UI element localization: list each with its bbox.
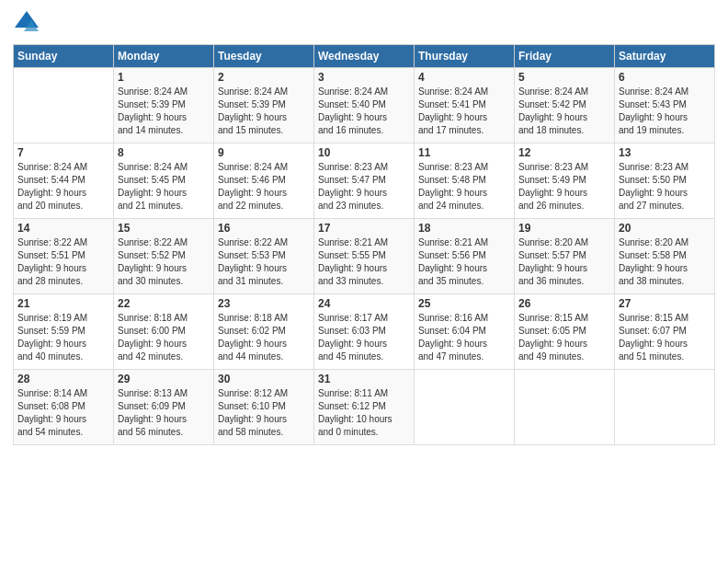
day-number: 24 bbox=[318, 297, 410, 310]
page: SundayMondayTuesdayWednesdayThursdayFrid… bbox=[0, 0, 728, 563]
day-info: Sunrise: 8:24 AMSunset: 5:42 PMDaylight:… bbox=[518, 86, 610, 137]
day-cell: 4Sunrise: 8:24 AMSunset: 5:41 PMDaylight… bbox=[415, 68, 515, 144]
day-info: Sunrise: 8:24 AMSunset: 5:39 PMDaylight:… bbox=[218, 86, 310, 137]
day-cell: 22Sunrise: 8:18 AMSunset: 6:00 PMDayligh… bbox=[114, 294, 214, 370]
day-number: 13 bbox=[619, 146, 711, 159]
logo-icon bbox=[13, 9, 40, 37]
day-cell: 23Sunrise: 8:18 AMSunset: 6:02 PMDayligh… bbox=[214, 294, 314, 370]
day-number: 7 bbox=[17, 146, 109, 159]
week-row-3: 21Sunrise: 8:19 AMSunset: 5:59 PMDayligh… bbox=[14, 294, 715, 370]
day-info: Sunrise: 8:24 AMSunset: 5:40 PMDaylight:… bbox=[318, 86, 410, 137]
col-header-friday: Friday bbox=[515, 45, 615, 68]
day-cell: 15Sunrise: 8:22 AMSunset: 5:52 PMDayligh… bbox=[114, 219, 214, 294]
day-cell: 9Sunrise: 8:24 AMSunset: 5:46 PMDaylight… bbox=[214, 144, 314, 219]
day-info: Sunrise: 8:16 AMSunset: 6:04 PMDaylight:… bbox=[418, 312, 510, 363]
col-header-thursday: Thursday bbox=[415, 45, 515, 68]
day-cell: 12Sunrise: 8:23 AMSunset: 5:49 PMDayligh… bbox=[515, 144, 615, 219]
day-cell: 24Sunrise: 8:17 AMSunset: 6:03 PMDayligh… bbox=[314, 294, 415, 370]
header-row: SundayMondayTuesdayWednesdayThursdayFrid… bbox=[14, 45, 715, 68]
day-cell: 20Sunrise: 8:20 AMSunset: 5:58 PMDayligh… bbox=[615, 219, 715, 294]
day-number: 14 bbox=[17, 222, 109, 235]
day-number: 8 bbox=[118, 146, 210, 159]
header bbox=[13, 9, 715, 37]
day-number: 31 bbox=[318, 373, 410, 385]
day-info: Sunrise: 8:23 AMSunset: 5:48 PMDaylight:… bbox=[418, 161, 510, 213]
day-info: Sunrise: 8:15 AMSunset: 6:05 PMDaylight:… bbox=[518, 312, 610, 363]
day-number: 20 bbox=[619, 222, 711, 235]
week-row-0: 1Sunrise: 8:24 AMSunset: 5:39 PMDaylight… bbox=[14, 68, 715, 144]
day-number: 2 bbox=[218, 71, 310, 84]
col-header-tuesday: Tuesday bbox=[214, 45, 314, 68]
day-info: Sunrise: 8:12 AMSunset: 6:10 PMDaylight:… bbox=[218, 387, 310, 439]
day-info: Sunrise: 8:23 AMSunset: 5:49 PMDaylight:… bbox=[518, 161, 610, 213]
day-info: Sunrise: 8:18 AMSunset: 6:00 PMDaylight:… bbox=[118, 312, 210, 363]
logo bbox=[13, 9, 44, 37]
day-number: 16 bbox=[218, 222, 310, 235]
col-header-saturday: Saturday bbox=[615, 45, 715, 68]
day-number: 4 bbox=[418, 71, 510, 84]
day-cell: 31Sunrise: 8:11 AMSunset: 6:12 PMDayligh… bbox=[314, 370, 415, 445]
day-cell: 29Sunrise: 8:13 AMSunset: 6:09 PMDayligh… bbox=[114, 370, 214, 445]
day-cell bbox=[615, 370, 715, 445]
day-number: 5 bbox=[518, 71, 610, 84]
svg-marker-0 bbox=[15, 11, 39, 28]
day-number: 19 bbox=[518, 222, 610, 235]
day-info: Sunrise: 8:19 AMSunset: 5:59 PMDaylight:… bbox=[17, 312, 109, 363]
day-info: Sunrise: 8:23 AMSunset: 5:50 PMDaylight:… bbox=[619, 161, 711, 213]
day-cell: 3Sunrise: 8:24 AMSunset: 5:40 PMDaylight… bbox=[314, 68, 415, 144]
day-cell: 27Sunrise: 8:15 AMSunset: 6:07 PMDayligh… bbox=[615, 294, 715, 370]
day-info: Sunrise: 8:21 AMSunset: 5:56 PMDaylight:… bbox=[418, 236, 510, 288]
day-info: Sunrise: 8:24 AMSunset: 5:45 PMDaylight:… bbox=[118, 161, 210, 213]
day-number: 3 bbox=[318, 71, 410, 84]
day-cell: 30Sunrise: 8:12 AMSunset: 6:10 PMDayligh… bbox=[214, 370, 314, 445]
day-number: 6 bbox=[619, 71, 711, 84]
day-info: Sunrise: 8:24 AMSunset: 5:44 PMDaylight:… bbox=[17, 161, 109, 213]
col-header-wednesday: Wednesday bbox=[314, 45, 415, 68]
day-number: 15 bbox=[118, 222, 210, 235]
day-number: 11 bbox=[418, 146, 510, 159]
day-cell: 21Sunrise: 8:19 AMSunset: 5:59 PMDayligh… bbox=[14, 294, 114, 370]
day-info: Sunrise: 8:20 AMSunset: 5:57 PMDaylight:… bbox=[518, 236, 610, 288]
day-cell: 6Sunrise: 8:24 AMSunset: 5:43 PMDaylight… bbox=[615, 68, 715, 144]
day-cell bbox=[415, 370, 515, 445]
day-number: 26 bbox=[518, 297, 610, 310]
day-cell: 28Sunrise: 8:14 AMSunset: 6:08 PMDayligh… bbox=[14, 370, 114, 445]
day-number: 10 bbox=[318, 146, 410, 159]
day-number: 18 bbox=[418, 222, 510, 235]
day-info: Sunrise: 8:23 AMSunset: 5:47 PMDaylight:… bbox=[318, 161, 410, 213]
day-cell: 5Sunrise: 8:24 AMSunset: 5:42 PMDaylight… bbox=[515, 68, 615, 144]
day-cell: 11Sunrise: 8:23 AMSunset: 5:48 PMDayligh… bbox=[415, 144, 515, 219]
day-info: Sunrise: 8:20 AMSunset: 5:58 PMDaylight:… bbox=[619, 236, 711, 288]
day-info: Sunrise: 8:22 AMSunset: 5:52 PMDaylight:… bbox=[118, 236, 210, 288]
col-header-monday: Monday bbox=[114, 45, 214, 68]
day-number: 29 bbox=[118, 373, 210, 385]
col-header-sunday: Sunday bbox=[14, 45, 114, 68]
day-info: Sunrise: 8:17 AMSunset: 6:03 PMDaylight:… bbox=[318, 312, 410, 363]
day-number: 30 bbox=[218, 373, 310, 385]
day-number: 28 bbox=[17, 373, 109, 385]
day-cell bbox=[515, 370, 615, 445]
week-row-2: 14Sunrise: 8:22 AMSunset: 5:51 PMDayligh… bbox=[14, 219, 715, 294]
day-cell: 17Sunrise: 8:21 AMSunset: 5:55 PMDayligh… bbox=[314, 219, 415, 294]
day-cell: 14Sunrise: 8:22 AMSunset: 5:51 PMDayligh… bbox=[14, 219, 114, 294]
day-info: Sunrise: 8:24 AMSunset: 5:43 PMDaylight:… bbox=[619, 86, 711, 137]
day-cell: 16Sunrise: 8:22 AMSunset: 5:53 PMDayligh… bbox=[214, 219, 314, 294]
week-row-1: 7Sunrise: 8:24 AMSunset: 5:44 PMDaylight… bbox=[14, 144, 715, 219]
day-cell: 8Sunrise: 8:24 AMSunset: 5:45 PMDaylight… bbox=[114, 144, 214, 219]
day-cell: 7Sunrise: 8:24 AMSunset: 5:44 PMDaylight… bbox=[14, 144, 114, 219]
day-number: 17 bbox=[318, 222, 410, 235]
day-cell: 19Sunrise: 8:20 AMSunset: 5:57 PMDayligh… bbox=[515, 219, 615, 294]
day-info: Sunrise: 8:24 AMSunset: 5:39 PMDaylight:… bbox=[118, 86, 210, 137]
day-cell: 1Sunrise: 8:24 AMSunset: 5:39 PMDaylight… bbox=[114, 68, 214, 144]
day-number: 9 bbox=[218, 146, 310, 159]
day-number: 21 bbox=[17, 297, 109, 310]
day-cell: 10Sunrise: 8:23 AMSunset: 5:47 PMDayligh… bbox=[314, 144, 415, 219]
day-number: 25 bbox=[418, 297, 510, 310]
day-number: 27 bbox=[619, 297, 711, 310]
day-number: 12 bbox=[518, 146, 610, 159]
day-info: Sunrise: 8:13 AMSunset: 6:09 PMDaylight:… bbox=[118, 387, 210, 439]
day-cell: 26Sunrise: 8:15 AMSunset: 6:05 PMDayligh… bbox=[515, 294, 615, 370]
week-row-4: 28Sunrise: 8:14 AMSunset: 6:08 PMDayligh… bbox=[14, 370, 715, 445]
day-info: Sunrise: 8:22 AMSunset: 5:51 PMDaylight:… bbox=[17, 236, 109, 288]
day-number: 1 bbox=[118, 71, 210, 84]
